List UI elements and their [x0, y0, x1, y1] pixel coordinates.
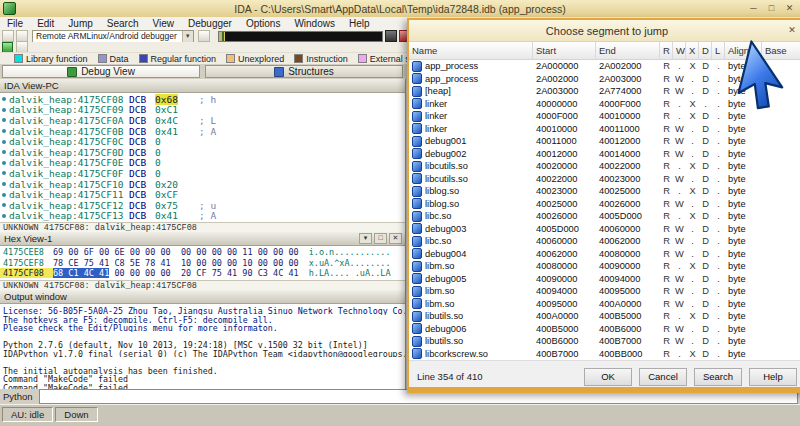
menu-item[interactable]: Edit: [30, 18, 61, 29]
dialog-button[interactable]: Help: [749, 368, 797, 386]
perm-exec: .: [686, 236, 699, 246]
segment-start: 40022000: [533, 174, 596, 184]
disassembly-line[interactable]: dalvik_heap:4175CF10 DCB 0x20: [0, 179, 405, 190]
perm-debug: D: [699, 336, 712, 346]
dialog-button[interactable]: OK: [584, 368, 632, 386]
perm-read: R: [660, 136, 673, 146]
segment-row[interactable]: libutils.so 400A0000 400B5000 R . X D . …: [409, 310, 800, 323]
segment-row[interactable]: liblog.so 40023000 40025000 R . X D . by…: [409, 185, 800, 198]
disassembly-line[interactable]: dalvik_heap:4175CF0C DCB 0: [0, 136, 405, 147]
perm-read: R: [660, 199, 673, 209]
column-header[interactable]: End: [596, 42, 660, 59]
continue-icon[interactable]: [2, 42, 13, 53]
menu-item[interactable]: Options: [239, 18, 287, 29]
segment-row[interactable]: libc.so 40026000 4005D000 R . X D . byte: [409, 210, 800, 223]
perm-write: .: [673, 349, 686, 359]
hex-line[interactable]: 4175CEF8 78 CE 75 41 C8 5E 78 41 10 00 0…: [0, 258, 405, 269]
segment-align: byte: [725, 161, 762, 171]
segment-row[interactable]: debug005 40090000 40094000 R W . D . byt…: [409, 273, 800, 286]
perm-write: W: [673, 174, 686, 184]
menu-item[interactable]: Jump: [61, 18, 99, 29]
cli-language-label[interactable]: Python: [0, 391, 39, 402]
menu-item[interactable]: Search: [100, 18, 146, 29]
perm-loader: .: [712, 274, 725, 284]
column-header[interactable]: W: [673, 42, 686, 59]
segment-row[interactable]: debug004 40062000 40080000 R W . D . byt…: [409, 248, 800, 261]
chevron-down-icon[interactable]: ▼: [182, 31, 193, 42]
segment-row[interactable]: debug003 4005D000 40060000 R W . D . byt…: [409, 223, 800, 236]
perm-write: W: [673, 224, 686, 234]
disassembly-line[interactable]: dalvik_heap:4175CF11 DCB 0xCF: [0, 189, 405, 200]
segment-row[interactable]: linker 40010000 40011000 R W . D . byte: [409, 123, 800, 136]
menu-item[interactable]: View: [146, 18, 182, 29]
disassembly-line[interactable]: dalvik_heap:4175CF13 DCB 0x41 ; A: [0, 211, 405, 222]
panel-menu-icon[interactable]: ▾: [359, 233, 372, 244]
disassembly-line[interactable]: dalvik_heap:4175CF0E DCB 0: [0, 158, 405, 169]
disassembly-line[interactable]: dalvik_heap:4175CF0B DCB 0x41 ; A: [0, 126, 405, 137]
maximize-button[interactable]: □: [763, 2, 780, 15]
segment-end: 2A002000: [596, 61, 660, 71]
column-header[interactable]: Start: [533, 42, 596, 59]
legend-color-swatch: [98, 54, 107, 63]
perm-exec: .: [686, 224, 699, 234]
pause-process-icon[interactable]: [385, 30, 397, 42]
segment-row[interactable]: libcorkscrew.so 400B7000 400BB000 R . X …: [409, 348, 800, 361]
segment-row[interactable]: liblog.so 40025000 40026000 R W . D . by…: [409, 198, 800, 211]
segment-row[interactable]: debug006 400B5000 400B6000 R W . D . byt…: [409, 323, 800, 336]
disassembly-line[interactable]: dalvik_heap:4175CF0F DCB 0: [0, 168, 405, 179]
desktop-tab[interactable]: Structures: [205, 65, 403, 78]
disassembly-line[interactable]: dalvik_heap:4175CF08 DCB 0x68 ; h: [0, 94, 405, 105]
disassembly-operand: 0x41: [155, 126, 178, 137]
navigation-band[interactable]: [218, 31, 383, 42]
save-icon[interactable]: [2, 30, 14, 42]
perm-loader: .: [712, 186, 725, 196]
disassembly-line[interactable]: dalvik_heap:4175CF12 DCB 0x75 ; u: [0, 200, 405, 211]
menu-item[interactable]: File: [0, 18, 30, 29]
perm-debug: D: [699, 174, 712, 184]
disassembly-line[interactable]: dalvik_heap:4175CF0A DCB 0x4C ; L: [0, 115, 405, 126]
minimize-button[interactable]: ─: [745, 2, 762, 15]
dialog-close-icon[interactable]: ✕: [782, 23, 800, 38]
segment-row[interactable]: debug001 40011000 40012000 R W . D . byt…: [409, 135, 800, 148]
menu-item[interactable]: Debugger: [181, 18, 239, 29]
segment-align: byte: [725, 136, 762, 146]
column-header[interactable]: X: [686, 42, 699, 59]
disassembly-line[interactable]: dalvik_heap:4175CF09 DCB 0xC1: [0, 105, 405, 116]
perm-debug: D: [699, 274, 712, 284]
column-header[interactable]: R: [660, 42, 673, 59]
segment-row[interactable]: libm.so 40094000 40095000 R W . D . byte: [409, 285, 800, 298]
panel-close-icon[interactable]: ✕: [389, 233, 402, 244]
column-header[interactable]: D: [699, 42, 712, 59]
segment-row[interactable]: libm.so 40095000 400A0000 R W . D . byte: [409, 298, 800, 311]
column-header[interactable]: L: [712, 42, 725, 59]
panel-maximize-icon[interactable]: □: [374, 233, 387, 244]
hex-line[interactable]: 4175CF08 68 C1 4C 41 00 00 00 00 20 CF 7…: [0, 268, 405, 279]
segment-row[interactable]: libutils.so 400B6000 400B7000 R W . D . …: [409, 335, 800, 348]
menu-item[interactable]: Windows: [287, 18, 342, 29]
segment-row[interactable]: debug002 40012000 40014000 R W . D . byt…: [409, 148, 800, 161]
start-process-icon[interactable]: [198, 30, 210, 42]
hex-line[interactable]: 4175CEE8 69 00 6F 00 6E 00 00 00 00 00 0…: [0, 247, 405, 258]
segment-row[interactable]: libc.so 40060000 40062000 R W . D . byte: [409, 235, 800, 248]
segment-icon: [412, 98, 422, 109]
legend-item: Data: [98, 54, 129, 64]
segment-row[interactable]: libm.so 40080000 40090000 R . X D . byte: [409, 260, 800, 273]
column-header[interactable]: Name: [409, 42, 533, 59]
close-button[interactable]: ✕: [781, 2, 798, 15]
segment-row[interactable]: libcutils.so 40020000 40022000 R . X D .…: [409, 160, 800, 173]
segment-start: 40060000: [533, 236, 596, 246]
segment-icon: [412, 261, 422, 272]
perm-debug: D: [699, 149, 712, 159]
segment-name: linker: [425, 111, 447, 121]
disassembly-line[interactable]: dalvik_heap:4175CF0D DCB 0: [0, 147, 405, 158]
dialog-button[interactable]: Cancel: [639, 368, 687, 386]
segment-row[interactable]: libcutils.so 40022000 40023000 R W . D .…: [409, 173, 800, 186]
menu-item[interactable]: Help: [342, 18, 377, 29]
disassembly-operand: 0: [155, 147, 161, 158]
segment-name: libm.so: [425, 299, 454, 309]
dialog-button[interactable]: Search: [694, 368, 742, 386]
debugger-selector[interactable]: Remote ARMLinux/Android debugger ▼: [32, 30, 194, 43]
segment-end: 40080000: [596, 249, 660, 259]
desktop-tab[interactable]: Debug View: [2, 65, 200, 78]
disassembly-mnemonic: DCB: [129, 126, 155, 137]
